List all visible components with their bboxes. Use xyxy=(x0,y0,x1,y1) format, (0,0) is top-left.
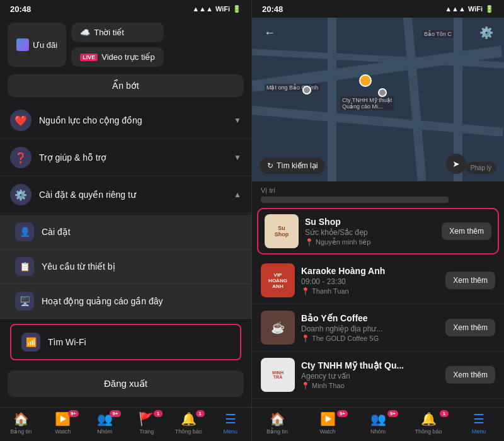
su-shop-item[interactable]: SuShop Su Shop Sức khỏe/Sắc đẹp 📍 Nguyễn… xyxy=(257,208,499,255)
nav-menu-left[interactable]: ☰ Menu xyxy=(210,411,252,435)
karaoke-item[interactable]: VIPHOÀNG ANH Karaoke Hoàng Anh 09:00 - 2… xyxy=(252,257,504,304)
live-badge: LIVE xyxy=(80,54,98,61)
map-road-2 xyxy=(252,106,503,137)
watch-icon-right: ▶️ xyxy=(320,411,336,427)
menu-icon-right: ☰ xyxy=(473,411,484,427)
su-shop-thumb: SuShop xyxy=(265,214,299,248)
right-panel: 20:48 ▲▲▲ WiFi 🔋 Mật ong Bảo Quỳnh Cty T… xyxy=(252,0,504,441)
sub-section: 👤 Cài đặt 📋 Yêu cầu từ thiết bị 🖥️ Hoạt … xyxy=(0,215,251,319)
karaoke-hours: 09:00 - 23:30 xyxy=(301,277,439,286)
wifi-item[interactable]: 📶 Tìm Wi-Fi xyxy=(10,324,241,360)
nav-nhom-right[interactable]: 9+ 👥 Nhóm xyxy=(353,411,403,435)
battery-icon: 🔋 xyxy=(232,5,241,13)
karaoke-name: Karaoke Hoàng Anh xyxy=(301,266,439,276)
pin-icon-cty: 📍 xyxy=(301,382,310,390)
nav-menu-right[interactable]: ☰ Menu xyxy=(454,411,504,435)
coffee-location: 📍 The GOLD Coffee 5G xyxy=(301,335,439,343)
thoi-tiet-label: Thời tiết xyxy=(94,28,124,37)
thongbao-badge-left: 1 xyxy=(196,410,205,417)
nav-thongbao-left[interactable]: 1 🔔 Thông báo xyxy=(168,411,210,435)
nav-menu-label-right: Menu xyxy=(472,428,486,435)
vi-tri-label: Vị trí xyxy=(261,186,275,194)
yeu-cau-item[interactable]: 📋 Yêu cầu từ thiết bị xyxy=(0,249,251,284)
pin-icon-su: 📍 xyxy=(305,238,314,246)
gear-button[interactable]: ⚙️ xyxy=(476,23,496,43)
dang-xuat-button[interactable]: Đăng xuất xyxy=(8,370,244,397)
nguon-luc-section[interactable]: ❤️ Nguồn lực cho cộng đồng ▼ xyxy=(0,102,251,139)
cty-item[interactable]: MINHTRÀ Cty TNHH Mỹ thuật Qu... Agency t… xyxy=(252,352,504,399)
coffee-thumb: ☕ xyxy=(261,311,295,345)
map-pin-orange xyxy=(359,74,372,87)
wifi-icon: WiFi xyxy=(215,5,230,13)
signal-icon: ▲▲▲ xyxy=(192,5,213,13)
karaoke-location: 📍 Thanh Tuan xyxy=(301,287,439,295)
top-cards: Ưu đãi ☁️ Thời tiết LIVE Video trực tiếp xyxy=(0,18,251,72)
location-button[interactable]: ➤ xyxy=(446,154,466,174)
nav-nhom-label-left: Nhóm xyxy=(97,428,112,435)
coffee-xem-them[interactable]: Xem thêm xyxy=(445,319,495,336)
su-shop-xem-them[interactable]: Xem thêm xyxy=(442,222,491,240)
settings-icon: ⚙️ xyxy=(10,184,32,205)
back-button[interactable]: ← xyxy=(260,23,280,43)
ad-icon: 🖥️ xyxy=(15,292,34,311)
pin-icon-coffee: 📍 xyxy=(301,335,310,343)
status-icons-right: ▲▲▲ WiFi 🔋 xyxy=(445,5,494,13)
nav-watch-right[interactable]: 9+ ▶️ Watch xyxy=(302,411,353,435)
nav-bang-tin-left[interactable]: 🏠 Bảng tin xyxy=(0,411,42,435)
coffee-category: Doanh nghiệp địa phư... xyxy=(301,324,439,333)
cty-thumb: MINHTRÀ xyxy=(261,358,295,392)
cty-info: Cty TNHH Mỹ thuật Qu... Agency tư vấn 📍 … xyxy=(301,360,439,390)
dang-xuat-label: Đăng xuất xyxy=(104,378,147,389)
tro-giup-section[interactable]: ❓ Trợ giúp & hỗ trợ ▼ xyxy=(0,139,251,176)
hoat-dong-item[interactable]: 🖥️ Hoạt động quảng cáo gần đây xyxy=(0,284,251,319)
bottom-nav-left: 🏠 Bảng tin 9+ ▶️ Watch 9+ 👥 Nhóm 1 🚩 Tra… xyxy=(0,407,251,441)
wifi-inner[interactable]: 📶 Tìm Wi-Fi xyxy=(11,325,240,359)
su-shop-info: Su Shop Sức khỏe/Sắc đẹp 📍 Nguyễn minh t… xyxy=(305,217,435,246)
karaoke-xem-them[interactable]: Xem thêm xyxy=(445,272,495,289)
thoi-tiet-card[interactable]: ☁️ Thời tiết xyxy=(71,23,163,42)
map-container: Mật ong Bảo Quỳnh Cty TNHH Mỹ thuậtQuảng… xyxy=(252,18,504,181)
nav-trang-left[interactable]: 1 🚩 Trang xyxy=(126,411,168,435)
trang-badge-left: 1 xyxy=(154,410,163,417)
su-shop-location: 📍 Nguyễn minh tiếp xyxy=(305,238,435,246)
wifi-icon-right: WiFi xyxy=(468,5,483,13)
battery-icon-right: 🔋 xyxy=(485,5,494,13)
location-arrow-icon: ➤ xyxy=(452,159,460,169)
nhom-icon-right: 👥 xyxy=(370,411,386,427)
cty-xem-them[interactable]: Xem thêm xyxy=(445,366,495,384)
nav-bang-tin-right[interactable]: 🏠 Bảng tin xyxy=(252,411,302,435)
nav-nhom-left[interactable]: 9+ 👥 Nhóm xyxy=(84,411,126,435)
cai-dat-section[interactable]: ⚙️ Cài đặt & quyền riêng tư ▲ xyxy=(0,176,251,214)
watch-badge-right: 9+ xyxy=(337,410,348,417)
reload-label: Tìm kiếm lại xyxy=(277,161,318,170)
nav-thongbao-right[interactable]: 1 🔔 Thông báo xyxy=(403,411,454,435)
status-icons-left: ▲▲▲ WiFi 🔋 xyxy=(192,5,241,13)
vi-tri-section: Vị trí xyxy=(252,181,504,205)
wifi-label: Tìm Wi-Fi xyxy=(48,337,86,347)
map-pin-gray-2 xyxy=(378,88,387,97)
cai-dat-item[interactable]: 👤 Cài đặt xyxy=(0,215,251,249)
an-bot-button[interactable]: Ẩn bớt xyxy=(8,74,244,97)
video-card[interactable]: LIVE Video trực tiếp xyxy=(71,47,163,67)
nav-thongbao-label-right: Thông báo xyxy=(415,428,442,435)
nav-thongbao-label-left: Thông báo xyxy=(175,428,202,435)
cty-location: 📍 Minh Thao xyxy=(301,382,439,390)
reload-button[interactable]: ↻ Tìm kiếm lại xyxy=(260,158,325,174)
bell-icon-right: 🔔 xyxy=(421,411,437,427)
su-shop-category: Sức khỏe/Sắc đẹp xyxy=(305,228,435,237)
coffee-info: Bảo Yến Coffee Doanh nghiệp địa phư... 📍… xyxy=(301,313,439,343)
karaoke-info: Karaoke Hoàng Anh 09:00 - 23:30 📍 Thanh … xyxy=(301,266,439,295)
uu-dai-card[interactable]: Ưu đãi xyxy=(8,23,66,67)
cai-dat-label: Cài đặt & quyền riêng tư xyxy=(39,190,226,200)
nav-menu-label-left: Menu xyxy=(223,428,238,435)
phap-ly-button[interactable]: Pháp lý xyxy=(466,162,496,174)
coffee-item[interactable]: ☕ Bảo Yến Coffee Doanh nghiệp địa phư...… xyxy=(252,304,504,352)
uu-dai-icon xyxy=(16,38,29,51)
reload-icon: ↻ xyxy=(267,161,273,170)
watch-badge-left: 9+ xyxy=(68,410,79,417)
status-bar-right: 20:48 ▲▲▲ WiFi 🔋 xyxy=(252,0,504,18)
nav-watch-left[interactable]: 9+ ▶️ Watch xyxy=(42,411,84,435)
thongbao-badge-right: 1 xyxy=(440,410,449,417)
nav-watch-label-left: Watch xyxy=(55,428,71,435)
yeu-cau-label: Yêu cầu từ thiết bị xyxy=(42,261,115,272)
